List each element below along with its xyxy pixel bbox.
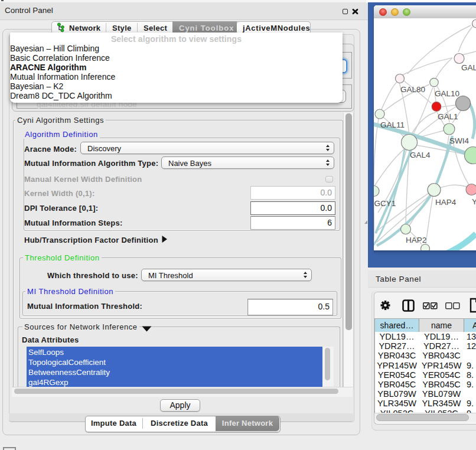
svg-text:GAL2: GAL2 [461,63,476,72]
svg-text:GAL4: GAL4 [410,151,431,159]
svg-text:GAL80: GAL80 [400,85,425,94]
svg-text:HAP2: HAP2 [406,236,426,244]
svg-text:GAL1: GAL1 [438,112,458,121]
svg-text:SWI4: SWI4 [449,136,469,145]
svg-text:HAP4: HAP4 [435,198,457,207]
svg-text:GAL11: GAL11 [380,120,405,129]
svg-text:GAL10: GAL10 [435,89,459,98]
svg-text:GCY1: GCY1 [374,199,396,208]
svg-text:YJ: YJ [472,197,476,206]
